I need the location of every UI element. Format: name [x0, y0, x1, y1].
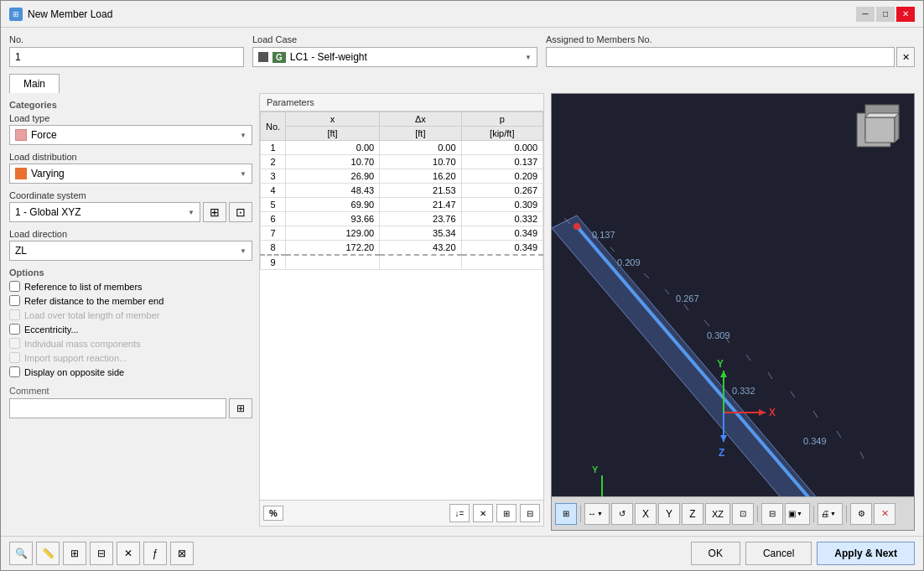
row-x: 93.66: [286, 212, 380, 226]
main-tab[interactable]: Main: [9, 74, 60, 93]
y-axis-btn[interactable]: Y: [658, 503, 680, 525]
grid-button[interactable]: ⊠: [170, 542, 194, 565]
table-row[interactable]: 693.6623.760.332: [261, 212, 543, 226]
row-dx: 21.53: [380, 184, 461, 198]
ok-button[interactable]: OK: [691, 542, 740, 565]
table-row[interactable]: 448.4321.530.267: [261, 184, 543, 198]
row-p: 0.267: [461, 184, 542, 198]
load-type-label: Load type: [9, 113, 252, 123]
bottom-toolbar: 🔍 📏 ⊞ ⊟ ✕ ƒ ⊠: [9, 542, 194, 565]
assigned-clear-button[interactable]: ✕: [896, 47, 915, 67]
comment-input[interactable]: [9, 398, 226, 418]
coord-icon-btn2[interactable]: ⊡: [229, 202, 252, 222]
comment-label: Comment: [9, 386, 252, 396]
coord-dropdown[interactable]: 1 - Global XYZ ▼: [9, 202, 200, 222]
row-no: 3: [261, 169, 286, 184]
viz-sep4: [846, 506, 847, 522]
minimize-button[interactable]: ─: [856, 7, 875, 22]
render-dropdown-btn[interactable]: ▣▼: [785, 503, 810, 525]
svg-text:Y: Y: [592, 465, 599, 475]
xz-axis-btn[interactable]: XZ: [705, 503, 730, 525]
ind-mass-label: Individual mass components: [24, 339, 141, 349]
delete-bottom-button[interactable]: ✕: [117, 542, 140, 565]
cube-widget: [853, 101, 907, 155]
option-ind-mass: Individual mass components: [9, 338, 252, 349]
load-type-dropdown[interactable]: Force ▼: [9, 125, 252, 145]
formula-button[interactable]: ƒ: [143, 542, 167, 565]
col-p-header1: p: [461, 112, 542, 127]
search-button[interactable]: 🔍: [9, 542, 33, 565]
view-btn-active[interactable]: ⊞: [555, 503, 577, 525]
table-row[interactable]: 10.000.000.000: [261, 141, 543, 155]
table-row[interactable]: 326.9016.200.209: [261, 169, 543, 184]
app-icon: ⊞: [9, 8, 23, 21]
title-bar: ⊞ New Member Load ─ □ ✕: [1, 1, 923, 28]
table-row[interactable]: 210.7010.700.137: [261, 155, 543, 169]
options-title: Options: [9, 267, 252, 278]
assigned-input[interactable]: [546, 47, 895, 67]
action-buttons: OK Cancel Apply & Next: [691, 542, 915, 565]
maximize-button[interactable]: □: [876, 7, 895, 22]
x-axis-btn[interactable]: X: [635, 503, 657, 525]
title-bar-left: ⊞ New Member Load: [9, 8, 112, 21]
load-dir-dropdown[interactable]: ZL ▼: [9, 241, 252, 261]
cancel-button[interactable]: Cancel: [745, 542, 812, 565]
no-input[interactable]: 1: [9, 47, 244, 67]
print-dropdown-btn[interactable]: 🖨▼: [818, 503, 843, 525]
option-import-support: Import support reaction...: [9, 352, 252, 363]
axis-dropdown-btn[interactable]: ↔▼: [584, 503, 610, 525]
row-p: 0.349: [461, 241, 542, 256]
table-row[interactable]: 7129.0035.340.349: [261, 226, 543, 241]
svg-marker-36: [865, 113, 899, 117]
row-dx: 23.76: [380, 212, 461, 226]
label-0209: 0.209: [617, 257, 641, 267]
load-dist-arrow: ▼: [240, 170, 247, 178]
eccentricity-checkbox[interactable]: [9, 324, 20, 335]
row-dx: 10.70: [380, 155, 461, 169]
load-type-value: Force: [31, 129, 57, 141]
label-0332: 0.332: [732, 386, 755, 396]
table-toolbar: % ↓= ✕ ⊞ ⊟: [260, 500, 543, 526]
export-button[interactable]: ⊟: [520, 504, 540, 522]
ref-distance-checkbox[interactable]: [9, 295, 20, 306]
delete-button[interactable]: ✕: [473, 504, 493, 522]
percent-button[interactable]: %: [263, 506, 283, 521]
zoom-btn[interactable]: ⊡: [732, 503, 754, 525]
col-x-header2: [ft]: [286, 127, 380, 141]
col-dx-header1: Δx: [380, 112, 461, 127]
table-button[interactable]: ⊞: [63, 542, 86, 565]
row-p: 0.309: [461, 198, 542, 212]
sort-button[interactable]: ↓=: [449, 504, 470, 522]
load-dist-row: Load distribution Varying ▼: [9, 152, 252, 184]
start-point: [574, 223, 580, 230]
load-dist-dropdown[interactable]: Varying ▼: [9, 164, 252, 184]
close-button[interactable]: ✕: [896, 7, 915, 22]
rotate-btn[interactable]: ↺: [611, 503, 633, 525]
viz-sep1: [580, 506, 581, 522]
ruler-button[interactable]: 📏: [36, 542, 60, 565]
label-0267: 0.267: [676, 293, 699, 304]
row-no: 6: [261, 212, 286, 226]
settings-btn[interactable]: ⚙: [850, 503, 872, 525]
comment-icon-btn[interactable]: ⊞: [229, 398, 252, 418]
close-viz-btn[interactable]: ✕: [874, 503, 895, 525]
left-panel: Categories Load type Force ▼ Load di: [9, 93, 252, 531]
label-0349a: 0.349: [803, 436, 827, 446]
lc-dropdown-arrow: ▼: [525, 54, 532, 61]
display-opposite-checkbox[interactable]: [9, 366, 20, 377]
table-row[interactable]: 9: [261, 255, 543, 270]
import-button[interactable]: ⊞: [496, 504, 517, 522]
z-axis-btn[interactable]: Z: [682, 503, 703, 525]
col-x-header1: x: [286, 112, 380, 127]
ref-members-checkbox[interactable]: [9, 281, 20, 292]
row-no: 7: [261, 226, 286, 241]
table-row[interactable]: 8172.2043.200.349: [261, 241, 543, 256]
apply-next-button[interactable]: Apply & Next: [817, 542, 915, 565]
params-box: Parameters No. x Δx p: [259, 93, 544, 527]
filter-button[interactable]: ⊟: [90, 542, 113, 565]
layers-btn[interactable]: ⊟: [761, 503, 783, 525]
svg-text:Y: Y: [717, 358, 724, 370]
table-row[interactable]: 569.9021.470.309: [261, 198, 543, 212]
coord-icon-btn1[interactable]: ⊞: [203, 202, 226, 222]
assigned-group: Assigned to Members No. ✕: [546, 34, 915, 67]
